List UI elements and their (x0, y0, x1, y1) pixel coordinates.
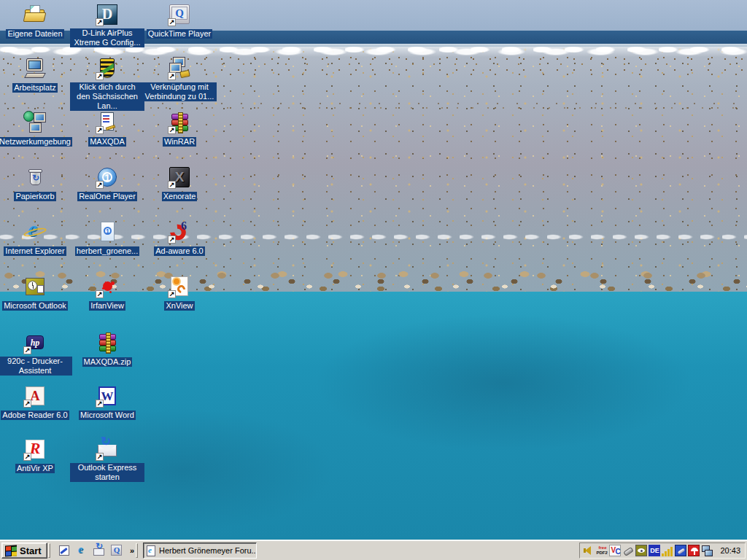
desktop-icon-920c-drucker-assistent[interactable]: 920c - Drucker-Assistent (0, 331, 72, 376)
adobe-reader-icon (23, 384, 47, 408)
desktop-icon-label: 920c - Drucker-Assistent (0, 357, 72, 376)
desktop-icon-label: Adobe Reader 6.0 (1, 411, 69, 420)
desktop-icon-ad-aware-6-0[interactable]: Ad-aware 6.0 (142, 220, 217, 257)
wallpaper-dark-patch (314, 314, 693, 452)
desktop-icon-klick-dich-durch-den-s-chsischen-lan[interactable]: Klick dich durch den Sächsischen Lan... (70, 57, 144, 112)
volume-tray-icon[interactable] (583, 545, 595, 556)
desktop-icon-label: Outlook Express starten (70, 463, 144, 482)
desktop-icon-winrar[interactable]: WinRAR (142, 111, 217, 147)
quicktime-player-quicklaunch-icon[interactable] (110, 544, 123, 557)
desktop-icon-internet-explorer[interactable]: Internet Explorer (0, 220, 72, 257)
winrar-books-icon (96, 331, 119, 354)
my-computer-icon (23, 57, 47, 80)
desktop-icon-antivir-xp[interactable]: AntiVir XP (0, 438, 72, 474)
shortcut-arrow-icon (96, 181, 104, 189)
shortcut-arrow-icon (96, 453, 104, 461)
shortcut-arrow-icon (168, 18, 176, 26)
start-button[interactable]: Start (1, 542, 47, 559)
outlook-express-quicklaunch-icon[interactable] (93, 544, 106, 557)
vc-tray-icon[interactable]: VC (609, 545, 621, 556)
hp-printer-icon (23, 331, 47, 354)
screen: Eigene DateienArbeitsplatzNetzwerkumgebu… (0, 0, 747, 560)
desktop-icon-label: MAXQDA (88, 137, 126, 147)
adaware-icon (168, 220, 191, 244)
shortcut-arrow-icon (23, 400, 31, 408)
shortcut-arrow-icon (96, 72, 104, 80)
word-icon (96, 384, 119, 408)
desktop-icon-label: MAXQDA.zip (82, 357, 133, 367)
shortcut-arrow-icon (23, 453, 31, 461)
shortcut-arrow-icon (23, 346, 31, 354)
desktop-icon-adobe-reader-6-0[interactable]: Adobe Reader 6.0 (0, 384, 72, 421)
system-tray: freePDF2VCDE20:43 (579, 542, 746, 559)
antivir-icon (23, 438, 47, 461)
desktop-icon-xenorate[interactable]: Xenorate (142, 166, 217, 202)
folder-documents-icon (23, 3, 47, 26)
desktop-icon-label: Microsoft Word (79, 411, 136, 420)
shortcut-arrow-icon (96, 400, 104, 408)
desktop-icon-label: Xenorate (162, 192, 198, 201)
touchpad-tray-icon[interactable] (675, 545, 686, 556)
desktop-icon-realone-player[interactable]: RealOne Player (70, 166, 144, 202)
taskbar-window-button[interactable]: Herbert Grönemeyer Foru... (143, 542, 257, 559)
desktop-icon-netzwerkumgebung[interactable]: Netzwerkumgebung (0, 111, 72, 147)
windows-flag-icon (5, 545, 17, 556)
desktop-icon-irfanview[interactable]: IrfanView (70, 275, 144, 311)
desktop-icon-label: D-Link AirPlus Xtreme G Config... (70, 28, 144, 47)
desktop-icon-label: AntiVir XP (15, 464, 55, 473)
show-desktop-quicklaunch-icon[interactable] (58, 544, 71, 557)
network-places-icon (23, 111, 47, 134)
desktop-icon-microsoft-outlook[interactable]: Microsoft Outlook (0, 275, 72, 311)
signal-tray-icon[interactable] (662, 545, 673, 556)
shortcut-arrow-icon (96, 290, 104, 298)
internet-explorer-quicklaunch-icon[interactable] (75, 544, 88, 557)
desktop-icon-label: RealOne Player (77, 192, 137, 201)
desktop-icon-label: Papierkorb (14, 192, 55, 201)
saxon-shield-icon (96, 57, 119, 80)
realone-clip-icon (96, 220, 119, 244)
quicktime-icon (168, 3, 191, 26)
ms-outlook-icon (23, 275, 47, 298)
desktop-icon-label: WinRAR (163, 137, 196, 147)
desktop-icon-quicktime-player[interactable]: QuickTime Player (142, 3, 217, 39)
desktop[interactable]: Eigene DateienArbeitsplatzNetzwerkumgebu… (0, 0, 747, 540)
internet-explorer-page-icon (147, 545, 156, 556)
desktop-icon-outlook-express-starten[interactable]: Outlook Express starten (70, 438, 144, 483)
desktop-icon-label: XnView (164, 301, 194, 311)
language-tray-icon[interactable]: DE (649, 545, 660, 556)
desktop-icon-microsoft-word[interactable]: Microsoft Word (70, 384, 144, 421)
shortcut-arrow-icon (168, 181, 176, 189)
antivir-tray-icon[interactable] (688, 545, 700, 556)
desktop-icon-eigene-dateien[interactable]: Eigene Dateien (0, 3, 72, 39)
desktop-icon-verkn-pfung-mit-verbindung-zu-01[interactable]: Verknüpfung mit Verbindung zu 01... (142, 57, 217, 102)
desktop-icon-maxqda[interactable]: MAXQDA (70, 111, 144, 147)
desktop-icon-papierkorb[interactable]: Papierkorb (0, 166, 72, 202)
desktop-icon-label: IrfanView (89, 301, 125, 311)
quick-launch-bar: » (55, 542, 139, 559)
desktop-icon-label: Verknüpfung mit Verbindung zu 01... (142, 82, 217, 101)
desktop-icon-label: herbert_groene... (75, 246, 139, 256)
tray-clock[interactable]: 20:43 (720, 546, 740, 555)
desktop-icon-xnview[interactable]: XnView (142, 275, 217, 311)
taskbar: Start » Herbert Grönemeyer Foru... freeP… (0, 540, 747, 560)
outlook-express-icon (96, 438, 119, 461)
network-tray-icon[interactable] (701, 545, 713, 556)
taskbar-grip[interactable] (48, 543, 50, 558)
utility-tray-icon[interactable] (622, 545, 634, 556)
shortcut-arrow-icon (168, 72, 176, 80)
desktop-icon-label: Klick dich durch den Sächsischen Lan... (70, 82, 144, 111)
freepdf-tray-icon[interactable]: freePDF2 (596, 545, 608, 556)
desktop-icon-label: Arbeitsplatz (12, 83, 57, 93)
nview-tray-icon[interactable] (635, 545, 647, 556)
desktop-icon-arbeitsplatz[interactable]: Arbeitsplatz (0, 57, 72, 93)
shortcut-arrow-icon (96, 126, 104, 134)
irfanview-icon (96, 275, 119, 298)
desktop-icon-label: Ad-aware 6.0 (154, 246, 204, 256)
taskbar-window-button-label: Herbert Grönemeyer Foru... (159, 546, 257, 555)
winrar-books-icon (168, 111, 191, 134)
taskbar-grip[interactable] (136, 543, 138, 558)
desktop-icon-herbert-groene[interactable]: herbert_groene... (70, 220, 144, 257)
desktop-icon-maxqda-zip[interactable]: MAXQDA.zip (70, 331, 144, 368)
desktop-icon-d-link-airplus-xtreme-g-config[interactable]: D-Link AirPlus Xtreme G Config... (70, 3, 144, 48)
start-button-label: Start (20, 545, 42, 556)
